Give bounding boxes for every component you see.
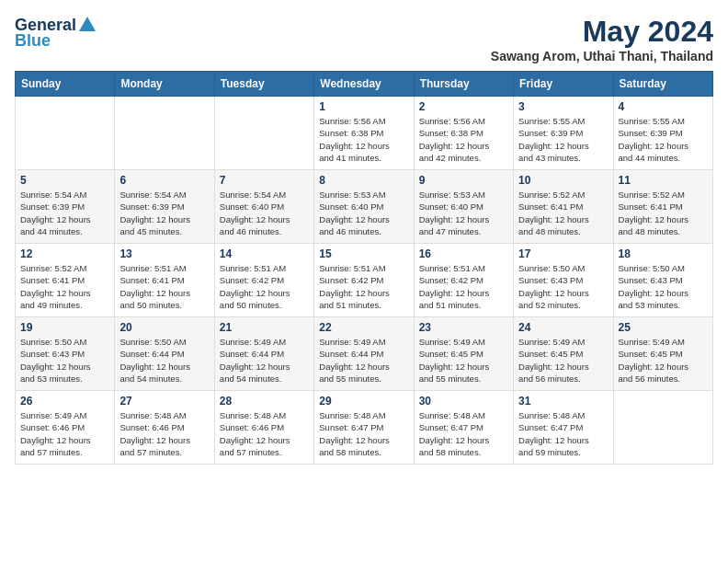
calendar-cell: 5Sunrise: 5:54 AMSunset: 6:39 PMDaylight… [16, 170, 115, 244]
day-info: Sunrise: 5:50 AMSunset: 6:43 PMDaylight:… [619, 262, 708, 311]
day-number: 25 [619, 321, 708, 334]
calendar-cell: 7Sunrise: 5:54 AMSunset: 6:40 PMDaylight… [214, 170, 313, 244]
day-info: Sunrise: 5:56 AMSunset: 6:38 PMDaylight:… [319, 115, 408, 164]
calendar-table: Sunday Monday Tuesday Wednesday Thursday… [15, 71, 713, 465]
day-info: Sunrise: 5:50 AMSunset: 6:43 PMDaylight:… [518, 262, 608, 311]
day-info: Sunrise: 5:52 AMSunset: 6:41 PMDaylight:… [518, 189, 608, 237]
col-sunday: Sunday [16, 72, 115, 97]
day-number: 7 [220, 174, 309, 187]
day-info: Sunrise: 5:53 AMSunset: 6:40 PMDaylight:… [319, 189, 408, 237]
day-number: 16 [419, 247, 508, 260]
day-info: Sunrise: 5:51 AMSunset: 6:41 PMDaylight:… [119, 262, 209, 311]
day-number: 29 [319, 395, 408, 408]
calendar-cell: 10Sunrise: 5:52 AMSunset: 6:41 PMDayligh… [514, 170, 613, 244]
col-thursday: Thursday [414, 72, 513, 97]
day-info: Sunrise: 5:50 AMSunset: 6:43 PMDaylight:… [20, 336, 109, 385]
calendar-cell: 28Sunrise: 5:48 AMSunset: 6:46 PMDayligh… [214, 391, 313, 465]
day-info: Sunrise: 5:54 AMSunset: 6:39 PMDaylight:… [20, 189, 109, 237]
col-wednesday: Wednesday [314, 72, 414, 97]
calendar-cell: 1Sunrise: 5:56 AMSunset: 6:38 PMDaylight… [314, 97, 414, 170]
day-number: 27 [119, 395, 209, 408]
day-number: 2 [419, 100, 508, 113]
month-title: May 2024 [491, 15, 713, 49]
week-row-3: 12Sunrise: 5:52 AMSunset: 6:41 PMDayligh… [16, 244, 713, 317]
calendar-cell: 24Sunrise: 5:49 AMSunset: 6:45 PMDayligh… [514, 317, 613, 391]
calendar-cell: 15Sunrise: 5:51 AMSunset: 6:42 PMDayligh… [314, 244, 414, 317]
logo-blue: Blue [15, 31, 51, 51]
calendar-header-row: Sunday Monday Tuesday Wednesday Thursday… [16, 72, 713, 97]
day-info: Sunrise: 5:54 AMSunset: 6:39 PMDaylight:… [119, 189, 209, 237]
week-row-2: 5Sunrise: 5:54 AMSunset: 6:39 PMDaylight… [16, 170, 713, 244]
day-number: 11 [619, 174, 708, 187]
day-number: 21 [220, 321, 309, 334]
calendar-cell: 31Sunrise: 5:48 AMSunset: 6:47 PMDayligh… [514, 391, 613, 465]
calendar-cell: 26Sunrise: 5:49 AMSunset: 6:46 PMDayligh… [16, 391, 115, 465]
day-info: Sunrise: 5:56 AMSunset: 6:38 PMDaylight:… [419, 115, 508, 164]
svg-marker-0 [79, 17, 96, 31]
calendar-cell: 19Sunrise: 5:50 AMSunset: 6:43 PMDayligh… [16, 317, 115, 391]
day-number: 20 [119, 321, 209, 334]
col-saturday: Saturday [613, 72, 712, 97]
day-number: 15 [319, 247, 408, 260]
day-number: 17 [518, 247, 608, 260]
calendar-cell [214, 97, 313, 170]
day-number: 4 [619, 100, 708, 113]
col-friday: Friday [514, 72, 613, 97]
day-number: 24 [518, 321, 608, 334]
day-number: 12 [20, 247, 109, 260]
calendar-cell: 25Sunrise: 5:49 AMSunset: 6:45 PMDayligh… [613, 317, 712, 391]
day-number: 9 [419, 174, 508, 187]
calendar-cell: 8Sunrise: 5:53 AMSunset: 6:40 PMDaylight… [314, 170, 414, 244]
calendar-cell: 12Sunrise: 5:52 AMSunset: 6:41 PMDayligh… [16, 244, 115, 317]
day-info: Sunrise: 5:51 AMSunset: 6:42 PMDaylight:… [319, 262, 408, 311]
week-row-4: 19Sunrise: 5:50 AMSunset: 6:43 PMDayligh… [16, 317, 713, 391]
day-info: Sunrise: 5:51 AMSunset: 6:42 PMDaylight:… [419, 262, 508, 311]
day-info: Sunrise: 5:52 AMSunset: 6:41 PMDaylight:… [20, 262, 109, 311]
day-number: 23 [419, 321, 508, 334]
day-number: 3 [518, 100, 608, 113]
calendar-cell: 2Sunrise: 5:56 AMSunset: 6:38 PMDaylight… [414, 97, 513, 170]
calendar-cell: 30Sunrise: 5:48 AMSunset: 6:47 PMDayligh… [414, 391, 513, 465]
day-number: 6 [119, 174, 209, 187]
week-row-5: 26Sunrise: 5:49 AMSunset: 6:46 PMDayligh… [16, 391, 713, 465]
calendar-cell: 14Sunrise: 5:51 AMSunset: 6:42 PMDayligh… [214, 244, 313, 317]
day-number: 26 [20, 395, 109, 408]
calendar-cell: 16Sunrise: 5:51 AMSunset: 6:42 PMDayligh… [414, 244, 513, 317]
day-number: 18 [619, 247, 708, 260]
day-info: Sunrise: 5:49 AMSunset: 6:44 PMDaylight:… [319, 336, 408, 385]
calendar-cell: 18Sunrise: 5:50 AMSunset: 6:43 PMDayligh… [613, 244, 712, 317]
day-number: 22 [319, 321, 408, 334]
day-number: 14 [220, 247, 309, 260]
day-info: Sunrise: 5:54 AMSunset: 6:40 PMDaylight:… [220, 189, 309, 237]
calendar-cell: 23Sunrise: 5:49 AMSunset: 6:45 PMDayligh… [414, 317, 513, 391]
page-header: General Blue May 2024 Sawang Arom, Uthai… [15, 15, 713, 63]
location-subtitle: Sawang Arom, Uthai Thani, Thailand [491, 49, 713, 63]
calendar-cell: 9Sunrise: 5:53 AMSunset: 6:40 PMDaylight… [414, 170, 513, 244]
day-info: Sunrise: 5:48 AMSunset: 6:47 PMDaylight:… [319, 409, 408, 458]
calendar-cell: 20Sunrise: 5:50 AMSunset: 6:44 PMDayligh… [115, 317, 214, 391]
calendar-cell [16, 97, 115, 170]
day-info: Sunrise: 5:51 AMSunset: 6:42 PMDaylight:… [220, 262, 309, 311]
col-tuesday: Tuesday [214, 72, 313, 97]
day-info: Sunrise: 5:53 AMSunset: 6:40 PMDaylight:… [419, 189, 508, 237]
day-info: Sunrise: 5:49 AMSunset: 6:45 PMDaylight:… [518, 336, 608, 385]
calendar-cell: 6Sunrise: 5:54 AMSunset: 6:39 PMDaylight… [115, 170, 214, 244]
calendar-cell [613, 391, 712, 465]
calendar-cell: 3Sunrise: 5:55 AMSunset: 6:39 PMDaylight… [514, 97, 613, 170]
day-info: Sunrise: 5:55 AMSunset: 6:39 PMDaylight:… [518, 115, 608, 164]
day-number: 30 [419, 395, 508, 408]
day-info: Sunrise: 5:50 AMSunset: 6:44 PMDaylight:… [119, 336, 209, 385]
calendar-cell: 13Sunrise: 5:51 AMSunset: 6:41 PMDayligh… [115, 244, 214, 317]
calendar-cell [115, 97, 214, 170]
calendar-cell: 29Sunrise: 5:48 AMSunset: 6:47 PMDayligh… [314, 391, 414, 465]
day-info: Sunrise: 5:49 AMSunset: 6:45 PMDaylight:… [419, 336, 508, 385]
day-info: Sunrise: 5:48 AMSunset: 6:46 PMDaylight:… [220, 409, 309, 458]
day-info: Sunrise: 5:55 AMSunset: 6:39 PMDaylight:… [619, 115, 708, 164]
calendar-cell: 22Sunrise: 5:49 AMSunset: 6:44 PMDayligh… [314, 317, 414, 391]
day-number: 28 [220, 395, 309, 408]
logo-icon [77, 15, 97, 35]
week-row-1: 1Sunrise: 5:56 AMSunset: 6:38 PMDaylight… [16, 97, 713, 170]
logo: General Blue [15, 15, 98, 51]
calendar-cell: 17Sunrise: 5:50 AMSunset: 6:43 PMDayligh… [514, 244, 613, 317]
day-number: 1 [319, 100, 408, 113]
